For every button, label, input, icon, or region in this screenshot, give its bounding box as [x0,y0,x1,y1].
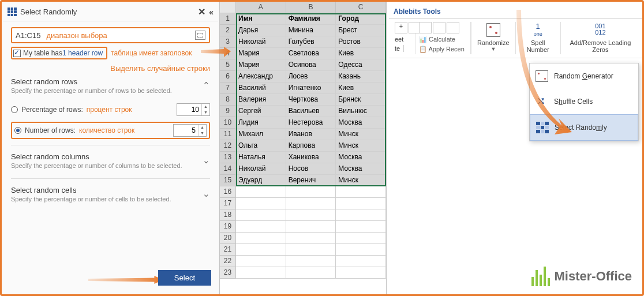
dropdown-button[interactable] [419,22,432,33]
cell[interactable] [236,198,286,209]
cell[interactable] [336,267,386,279]
option-number[interactable]: Number of rows: количество строк ▲▼ [11,122,210,139]
spell-number-button[interactable]: 1one Spell Number [515,22,560,54]
cell[interactable]: Осипова [286,59,336,71]
dd-select-randomly[interactable]: Select Randomly [530,114,638,141]
cell[interactable]: Минина [286,25,336,36]
plus-button[interactable]: + [395,22,407,33]
spreadsheet[interactable]: ABC 1ИмяФамилияГород2ДарьяМининаБрест3Ни… [220,2,386,294]
cell[interactable]: Минск [336,129,386,140]
row-header[interactable]: 23 [220,267,236,279]
cell[interactable]: Лосев [286,71,336,83]
close-icon[interactable]: ✕ [194,6,209,17]
row-header[interactable]: 17 [220,198,236,209]
tab-ablebits[interactable]: Ablebits Tools [389,5,445,18]
header-row-link[interactable]: 1 header row [62,49,103,57]
cell[interactable]: Москва [336,163,386,175]
range-input[interactable]: A1:C15 диапазон выбора [11,27,210,43]
cell[interactable] [236,209,286,221]
row-header[interactable]: 10 [220,117,236,129]
cell[interactable]: Николай [236,163,286,175]
row-header[interactable]: 15 [220,175,236,186]
cell[interactable]: Носов [286,163,336,175]
row-header[interactable]: 19 [220,221,236,233]
randomize-button[interactable]: Randomize ▼ [471,22,515,54]
row-header[interactable]: 8 [220,94,236,106]
chevron-down-icon[interactable] [203,189,210,199]
cell[interactable]: Киев [336,83,386,94]
row-header[interactable]: 1 [220,13,236,25]
row-header[interactable]: 2 [220,25,236,36]
cell[interactable]: Валерия [236,94,286,106]
cell[interactable]: Ольга [236,140,286,152]
row-header[interactable]: 13 [220,152,236,163]
cell[interactable]: Брест [336,25,386,36]
pct-spinner[interactable]: ▲▼ [177,103,210,116]
cell[interactable] [336,186,386,198]
cell[interactable] [236,221,286,233]
dd-shuffle-cells[interactable]: Shuffle Cells [530,89,638,114]
cell[interactable] [236,186,286,198]
cell[interactable]: Эдуард [236,175,286,186]
section-rows[interactable]: Select random rows Specify the percentag… [11,74,210,98]
row-header[interactable]: 14 [220,163,236,175]
cell[interactable] [236,233,286,244]
row-header[interactable]: 20 [220,233,236,244]
cell[interactable]: Наталья [236,152,286,163]
dd-random-generator[interactable]: Random Generator [530,63,638,89]
cell[interactable]: Голубев [286,36,336,48]
row-header[interactable]: 7 [220,83,236,94]
cell[interactable]: Иванов [286,129,336,140]
cell[interactable]: Карпова [286,140,336,152]
num-spinner[interactable]: ▲▼ [173,124,207,137]
cell[interactable]: Дарья [236,25,286,36]
cell[interactable]: Вильнюс [336,106,386,117]
cell[interactable]: Черткова [286,94,336,106]
cell[interactable]: Нестерова [286,117,336,129]
cell[interactable]: Сергей [236,106,286,117]
cell[interactable]: Васильев [286,106,336,117]
cell[interactable] [336,221,386,233]
cell[interactable]: Фамилия [286,13,336,25]
cell[interactable]: Ростов [336,36,386,48]
cell[interactable]: Брянск [336,94,386,106]
dropdown-button[interactable] [447,22,459,33]
cell[interactable]: Казань [336,71,386,83]
column-header[interactable]: B [286,2,336,13]
column-header[interactable]: C [336,2,386,13]
row-header[interactable]: 16 [220,186,236,198]
cell[interactable]: Игнатенко [286,83,336,94]
row-header[interactable]: 3 [220,36,236,48]
leading-zeros-button[interactable]: 001012 Add/Remove Leading Zeros [560,22,640,54]
select-all-corner[interactable] [220,2,236,13]
row-header[interactable]: 12 [220,140,236,152]
cell[interactable] [236,256,286,267]
chevron-down-icon[interactable] [203,155,210,166]
radio-icon[interactable] [11,106,18,113]
cell[interactable]: Василий [236,83,286,94]
cell[interactable] [336,244,386,256]
cell[interactable] [286,233,336,244]
cell[interactable]: Михаил [236,129,286,140]
option-percentage[interactable]: Percentage of rows: процент строк ▲▼ [11,103,210,116]
dropdown-button[interactable] [433,22,445,33]
pct-input[interactable] [177,106,201,114]
column-header[interactable]: A [236,2,286,13]
cell[interactable]: Минск [336,175,386,186]
section-cells[interactable]: Select random cells Specify the percenta… [11,182,210,206]
row-header[interactable]: 6 [220,71,236,83]
row-header[interactable]: 5 [220,59,236,71]
cell[interactable] [336,233,386,244]
cell[interactable]: Мария [236,48,286,59]
apply-recent-button[interactable]: 📋 Apply Recen [419,46,465,53]
cell[interactable]: Одесса [336,59,386,71]
calculate-button[interactable]: 📊 Calculate [419,36,455,43]
select-button[interactable]: Select [158,270,211,286]
cell[interactable]: Светлова [286,48,336,59]
cell[interactable]: Николай [236,36,286,48]
cell[interactable] [236,244,286,256]
cell[interactable]: Имя [236,13,286,25]
cell[interactable]: Александр [236,71,286,83]
row-header[interactable]: 21 [220,244,236,256]
cell[interactable]: Ханикова [286,152,336,163]
